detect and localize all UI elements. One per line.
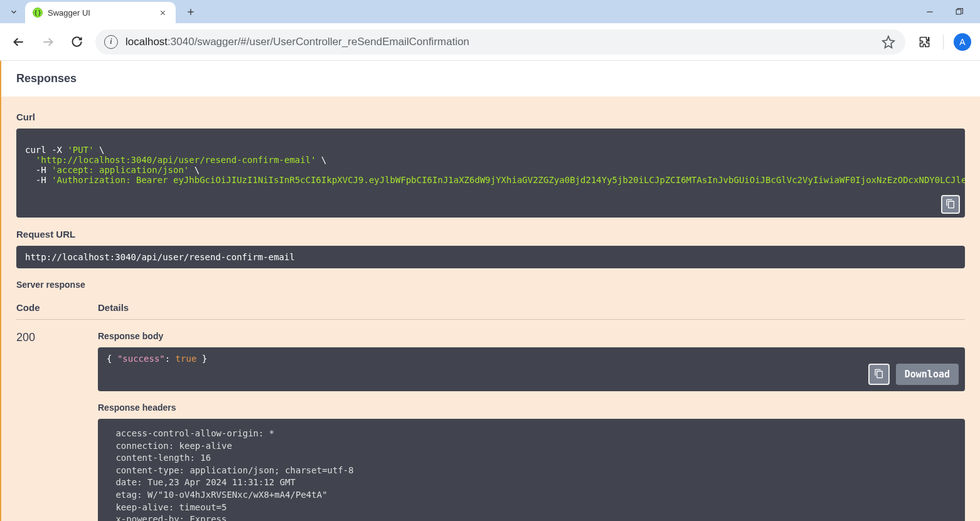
response-table-row: 200 Response body { "success": true } Do… (16, 320, 965, 521)
star-icon (881, 35, 895, 49)
svg-rect-0 (956, 9, 961, 14)
browser-toolbar: i localhost:3040/swagger/#/user/UserCont… (0, 23, 980, 61)
curl-code-block[interactable]: curl -X 'PUT' \ 'http://localhost:3040/a… (16, 129, 965, 218)
swagger-favicon-icon: { } (33, 8, 43, 18)
responses-body: Curl curl -X 'PUT' \ 'http://localhost:3… (1, 97, 980, 521)
chevron-down-icon (9, 8, 18, 16)
maximize-icon (955, 8, 963, 16)
status-code: 200 (16, 331, 60, 521)
browser-tab-strip: { } Swagger UI (0, 0, 980, 23)
bookmark-star-button[interactable] (880, 34, 897, 50)
plus-icon (186, 8, 195, 16)
response-body-block[interactable]: { "success": true } Download (98, 347, 965, 391)
response-body-label: Response body (98, 331, 965, 341)
window-minimize-button[interactable] (921, 3, 939, 21)
reload-icon (71, 36, 83, 48)
minimize-icon (925, 8, 934, 16)
site-info-icon[interactable]: i (104, 35, 118, 49)
download-button[interactable]: Download (896, 364, 959, 385)
response-table-header: Code Details (16, 296, 965, 320)
tab-title: Swagger UI (48, 8, 152, 18)
url-text: localhost:3040/swagger/#/user/UserContro… (125, 36, 469, 48)
request-url-block[interactable]: http://localhost:3040/api/user/resend-co… (16, 246, 965, 268)
th-code: Code (16, 302, 60, 313)
arrow-left-icon (13, 36, 25, 48)
response-headers-label: Response headers (98, 403, 965, 413)
swagger-opblock: Responses Curl curl -X 'PUT' \ 'http://l… (0, 61, 980, 521)
divider (943, 34, 944, 50)
browser-tab[interactable]: { } Swagger UI (25, 2, 176, 23)
extensions-button[interactable] (917, 34, 933, 50)
nav-back-button[interactable] (9, 32, 29, 52)
copy-response-button[interactable] (868, 364, 890, 385)
responses-title: Responses (1, 61, 980, 97)
nav-reload-button[interactable] (67, 32, 87, 52)
puzzle-icon (919, 36, 931, 48)
request-url-label: Request URL (16, 229, 965, 239)
clipboard-icon (945, 199, 956, 211)
arrow-right-icon (41, 36, 54, 48)
window-maximize-button[interactable] (950, 3, 967, 21)
page-content: Responses Curl curl -X 'PUT' \ 'http://l… (0, 61, 980, 521)
tabs-menu-button[interactable] (5, 3, 23, 21)
response-headers-block[interactable]: access-control-allow-origin: * connectio… (98, 419, 965, 521)
address-bar[interactable]: i localhost:3040/swagger/#/user/UserCont… (95, 29, 905, 55)
curl-label: Curl (16, 112, 965, 122)
copy-curl-button[interactable] (941, 195, 960, 214)
tab-close-button[interactable] (157, 7, 168, 18)
server-response-label: Server response (16, 280, 965, 290)
new-tab-button[interactable] (182, 3, 200, 21)
clipboard-icon (874, 369, 884, 381)
close-icon (159, 9, 166, 16)
profile-initial: A (959, 37, 965, 47)
nav-forward-button[interactable] (38, 32, 58, 52)
th-details: Details (98, 302, 129, 313)
profile-button[interactable]: A (954, 33, 971, 51)
